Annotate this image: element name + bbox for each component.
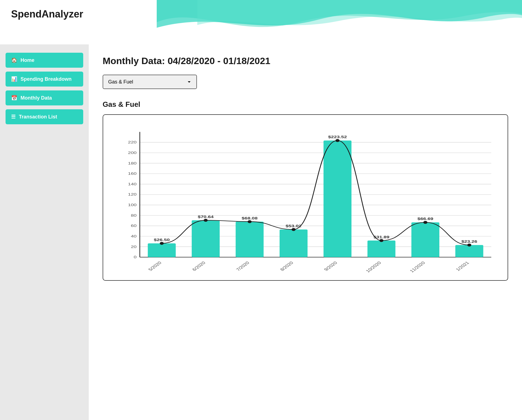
- svg-text:160: 160: [128, 171, 136, 176]
- svg-point-57: [467, 244, 471, 247]
- svg-text:220: 220: [128, 140, 136, 144]
- page-title: Monthly Data: 04/28/2020 - 01/18/2021: [103, 55, 508, 66]
- svg-text:1/2021: 1/2021: [455, 260, 470, 272]
- sidebar-item-home[interactable]: 🏠 Home: [6, 53, 83, 68]
- svg-text:140: 140: [128, 182, 136, 186]
- main-content: Monthly Data: 04/28/2020 - 01/18/2021 Ga…: [89, 44, 522, 420]
- chart-bar-icon: 📊: [11, 76, 17, 82]
- sidebar-item-spending-breakdown[interactable]: 📊 Spending Breakdown: [6, 72, 83, 87]
- svg-rect-41: [368, 241, 396, 257]
- header: SpendAnalyzer: [0, 0, 522, 44]
- svg-text:0: 0: [134, 255, 136, 259]
- svg-text:$26.50: $26.50: [154, 237, 170, 242]
- sidebar-item-monthly-data[interactable]: 📅 Monthly Data: [6, 90, 83, 105]
- svg-rect-29: [192, 220, 220, 257]
- svg-text:$66.69: $66.69: [417, 217, 433, 221]
- svg-text:8/2020: 8/2020: [279, 260, 294, 272]
- category-dropdown[interactable]: Gas & FuelGroceriesDiningEntertainmentUt…: [103, 75, 197, 89]
- svg-text:60: 60: [131, 224, 137, 228]
- svg-point-55: [379, 239, 383, 242]
- app-logo: SpendAnalyzer: [11, 8, 83, 20]
- chart-title: Gas & Fuel: [103, 100, 508, 109]
- svg-text:$70.64: $70.64: [198, 214, 214, 219]
- svg-text:11/2020: 11/2020: [409, 260, 426, 273]
- svg-text:80: 80: [131, 213, 137, 217]
- svg-point-56: [423, 221, 427, 224]
- svg-point-50: [160, 242, 164, 245]
- svg-text:7/2020: 7/2020: [235, 260, 250, 272]
- svg-rect-26: [148, 243, 176, 257]
- sidebar-item-transaction-list-label: Transaction List: [19, 114, 57, 120]
- svg-point-51: [204, 219, 207, 222]
- sidebar-item-transaction-list[interactable]: ☰ Transaction List: [6, 109, 83, 124]
- svg-rect-35: [280, 229, 308, 257]
- sidebar-item-spending-breakdown-label: Spending Breakdown: [21, 76, 72, 82]
- svg-text:180: 180: [128, 161, 136, 165]
- bar-chart: 020406080100120140160180200220$26.505/20…: [120, 123, 499, 275]
- sidebar: 🏠 Home 📊 Spending Breakdown 📅 Monthly Da…: [0, 44, 89, 420]
- svg-rect-38: [323, 141, 351, 257]
- home-icon: 🏠: [11, 57, 17, 63]
- svg-text:200: 200: [128, 150, 136, 155]
- svg-rect-44: [411, 222, 439, 257]
- svg-text:$223.52: $223.52: [328, 135, 347, 139]
- svg-text:5/2020: 5/2020: [147, 260, 163, 272]
- svg-text:40: 40: [131, 234, 137, 238]
- svg-text:10/2020: 10/2020: [365, 260, 382, 273]
- chart-container: 020406080100120140160180200220$26.505/20…: [103, 114, 508, 281]
- list-icon: ☰: [11, 114, 16, 120]
- calendar-icon: 📅: [11, 95, 17, 101]
- svg-text:6/2020: 6/2020: [191, 260, 206, 272]
- svg-point-53: [292, 228, 295, 231]
- svg-rect-47: [455, 245, 483, 257]
- svg-rect-32: [236, 222, 264, 257]
- svg-text:20: 20: [131, 244, 137, 249]
- svg-text:$23.26: $23.26: [461, 239, 477, 243]
- svg-point-52: [248, 220, 252, 223]
- sidebar-item-monthly-data-label: Monthly Data: [21, 95, 52, 101]
- svg-point-54: [336, 139, 339, 142]
- svg-text:9/2020: 9/2020: [323, 260, 338, 272]
- svg-text:$68.08: $68.08: [242, 216, 257, 220]
- main-layout: 🏠 Home 📊 Spending Breakdown 📅 Monthly Da…: [0, 44, 522, 420]
- svg-text:120: 120: [128, 192, 136, 196]
- sidebar-item-home-label: Home: [21, 57, 34, 63]
- wave-decoration: [157, 0, 522, 44]
- svg-text:100: 100: [128, 203, 136, 207]
